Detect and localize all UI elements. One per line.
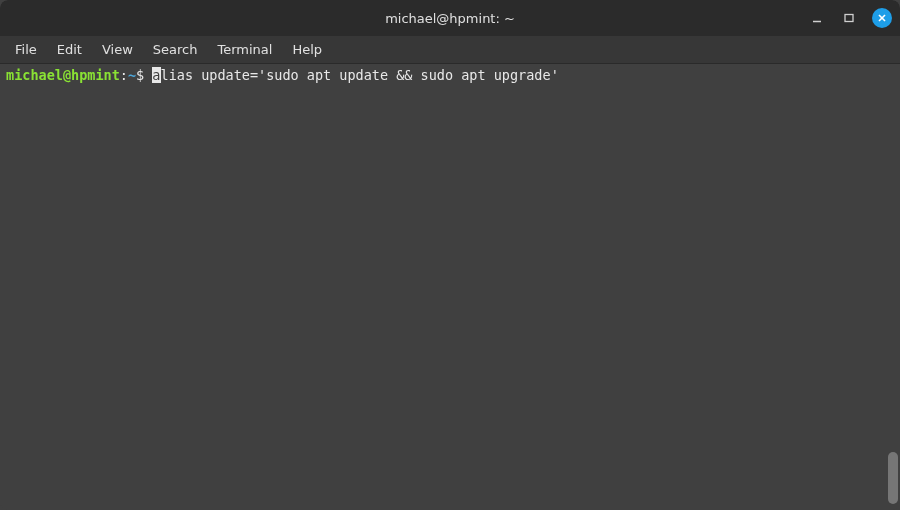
terminal[interactable]: michael@hpmint:~$ alias update='sudo apt… (0, 64, 900, 510)
menu-help[interactable]: Help (283, 39, 331, 60)
menu-view[interactable]: View (93, 39, 142, 60)
menubar: File Edit View Search Terminal Help (0, 36, 900, 64)
prompt-sep: : (120, 67, 128, 83)
command-text: lias update='sudo apt update && sudo apt… (161, 67, 559, 83)
titlebar: michael@hpmint: ~ (0, 0, 900, 36)
close-button[interactable] (872, 8, 892, 28)
prompt-symbol: $ (136, 67, 144, 83)
menu-search[interactable]: Search (144, 39, 207, 60)
menu-terminal[interactable]: Terminal (208, 39, 281, 60)
maximize-button[interactable] (840, 9, 858, 27)
menu-edit[interactable]: Edit (48, 39, 91, 60)
menu-file[interactable]: File (6, 39, 46, 60)
scrollbar[interactable] (888, 452, 898, 504)
minimize-button[interactable] (808, 9, 826, 27)
prompt-path: ~ (128, 67, 136, 83)
close-icon (877, 13, 887, 23)
window-controls (808, 8, 892, 28)
minimize-icon (812, 13, 822, 23)
maximize-icon (844, 13, 854, 23)
terminal-cursor: a (152, 67, 160, 83)
svg-rect-1 (845, 15, 853, 22)
prompt-user-host: michael@hpmint (6, 67, 120, 83)
window-title: michael@hpmint: ~ (385, 11, 515, 26)
